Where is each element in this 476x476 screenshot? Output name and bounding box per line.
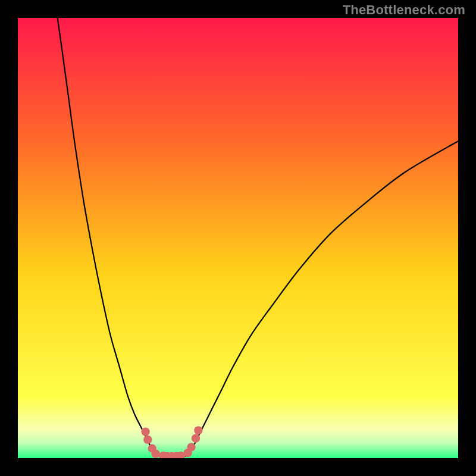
data-marker <box>194 426 202 434</box>
data-marker <box>151 449 159 458</box>
data-marker <box>192 434 200 443</box>
plot-area <box>18 18 458 458</box>
data-marker <box>141 427 149 436</box>
watermark-text: TheBottleneck.com <box>343 2 465 18</box>
data-marker <box>187 443 195 451</box>
gradient-background <box>18 18 458 458</box>
chart-svg <box>18 18 458 458</box>
chart-frame: TheBottleneck.com <box>0 0 476 476</box>
data-marker <box>143 436 152 444</box>
